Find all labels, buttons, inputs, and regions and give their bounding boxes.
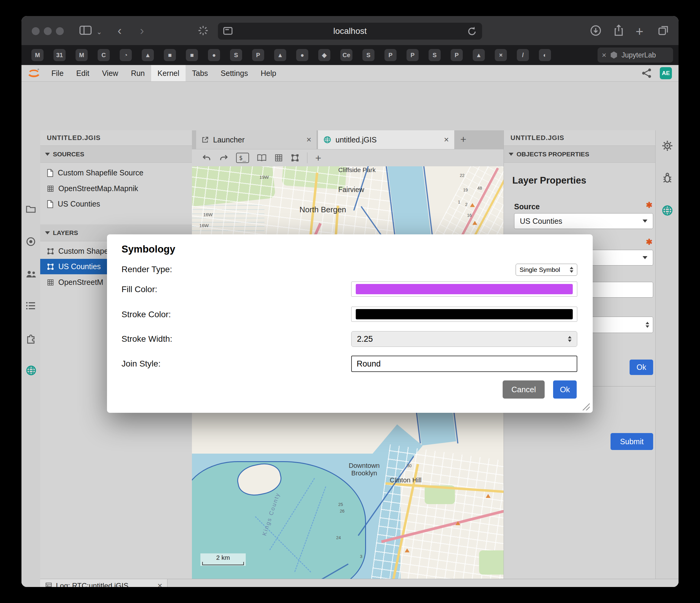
address-bar[interactable]: localhost [218, 23, 482, 40]
vector-polygon-icon[interactable] [291, 153, 299, 162]
map-label: 25 [338, 502, 343, 507]
reload-icon[interactable] [467, 26, 477, 36]
back-icon[interactable]: ‹ [118, 24, 122, 38]
forward-icon[interactable]: › [140, 24, 144, 38]
favicon[interactable]: ◐ [539, 49, 551, 61]
add-layer-icon[interactable]: + [315, 153, 321, 163]
favicon[interactable]: P [406, 49, 419, 61]
source-item-us-counties[interactable]: US Counties [40, 196, 192, 212]
menu-kernel[interactable]: Kernel [151, 65, 185, 81]
favicon[interactable]: Ce [340, 49, 352, 61]
favicon[interactable]: S [429, 49, 441, 61]
new-tab-icon[interactable]: + [635, 24, 644, 39]
tab-launcher[interactable]: Launcher × [196, 130, 317, 149]
minimize-window-button[interactable] [44, 27, 52, 35]
favicon[interactable]: ● [296, 49, 308, 61]
running-sessions-icon[interactable] [26, 237, 36, 247]
jgis-globe-icon[interactable] [26, 365, 36, 376]
share-icon[interactable] [613, 24, 624, 36]
close-tab-icon[interactable]: × [602, 50, 606, 60]
stroke-color-swatch[interactable] [351, 307, 577, 322]
console-icon[interactable]: $_ [236, 153, 249, 163]
reader-icon[interactable] [223, 26, 233, 36]
favicon[interactable]: ◆ [318, 49, 330, 61]
chevron-down-icon [643, 220, 647, 222]
basemap-book-icon[interactable] [257, 154, 267, 162]
favicon[interactable]: P [384, 49, 397, 61]
extensions-icon[interactable] [26, 334, 36, 344]
tab-overview-icon[interactable] [658, 25, 669, 36]
objects-properties-header[interactable]: OBJECTS PROPERTIES [504, 146, 655, 163]
submit-button[interactable]: Submit [610, 433, 653, 450]
favicon[interactable]: S [230, 49, 242, 61]
favicon[interactable]: M [76, 49, 88, 61]
map-peak-marker [470, 203, 475, 207]
favicon[interactable]: C [98, 49, 110, 61]
favicon[interactable]: ▲ [274, 49, 286, 61]
map-peak-marker [405, 549, 409, 553]
close-window-button[interactable] [32, 27, 40, 35]
favicon[interactable]: M [31, 49, 44, 61]
menu-tabs[interactable]: Tabs [185, 65, 214, 81]
resize-handle[interactable] [582, 403, 590, 410]
table-of-contents-icon[interactable] [26, 302, 36, 310]
menu-file[interactable]: File [45, 65, 70, 81]
share-nodes-icon[interactable] [642, 68, 652, 78]
raster-grid-icon[interactable] [274, 153, 283, 162]
menu-run[interactable]: Run [125, 65, 151, 81]
spinner-arrows-icon[interactable] [646, 322, 649, 328]
active-browser-tab[interactable]: × JupyterLab [598, 47, 673, 63]
zoom-window-button[interactable] [56, 27, 64, 35]
close-icon[interactable]: × [444, 135, 449, 145]
jupyter-logo [27, 68, 41, 78]
downloads-icon[interactable] [590, 25, 601, 36]
menu-view[interactable]: View [96, 65, 125, 81]
close-icon[interactable]: × [157, 581, 162, 587]
favicon[interactable]: × [495, 49, 507, 61]
chevron-down-icon[interactable]: ⌄ [96, 28, 102, 36]
panel-ok-button[interactable]: Ok [630, 360, 653, 375]
jgis-globe-icon[interactable] [661, 205, 673, 216]
map-label: 48 [477, 186, 482, 191]
avatar[interactable]: AE [660, 67, 672, 79]
favicon[interactable]: P [451, 49, 463, 61]
favicon[interactable]: ● [208, 49, 220, 61]
join-style-input[interactable]: Round [351, 356, 577, 372]
menu-settings[interactable]: Settings [214, 65, 254, 81]
favicon[interactable]: ▲ [473, 49, 485, 61]
debugger-bug-icon[interactable] [661, 172, 673, 184]
menu-help[interactable]: Help [254, 65, 282, 81]
favicon[interactable]: P [252, 49, 264, 61]
undo-icon[interactable] [202, 154, 211, 162]
redo-icon[interactable] [219, 154, 228, 162]
favicon[interactable]: ■ [164, 49, 176, 61]
favicon[interactable]: ■ [186, 49, 198, 61]
menu-edit[interactable]: Edit [70, 65, 96, 81]
files-icon[interactable] [26, 205, 36, 214]
source-item-openstreetmap[interactable]: OpenStreetMap.Mapnik [40, 181, 192, 196]
spinner-arrows-icon[interactable] [568, 336, 572, 342]
source-select[interactable]: US Counties [514, 213, 653, 229]
favicon[interactable]: 31 [53, 49, 66, 61]
stroke-width-input[interactable]: 2.25 [351, 331, 577, 347]
favicon[interactable]: / [517, 49, 529, 61]
dialog-ok-button[interactable]: Ok [553, 381, 577, 399]
doc-tab-bar: Launcher × untitled.jGIS × + [192, 130, 503, 150]
source-item-custom-shapefile[interactable]: Custom Shapefile Source [40, 165, 192, 180]
favicon[interactable]: S [362, 49, 374, 61]
render-type-select[interactable]: Single Symbol [516, 264, 577, 276]
favicon[interactable]: ◔ [120, 49, 132, 61]
close-icon[interactable]: × [306, 135, 311, 145]
collaboration-icon[interactable] [26, 270, 36, 278]
map-label: 16W [203, 212, 213, 217]
sidebar-toggle-icon[interactable] [79, 25, 92, 35]
cancel-button[interactable]: Cancel [503, 381, 545, 399]
tab-untitled-jgis[interactable]: untitled.jGIS × [318, 130, 454, 149]
log-tab[interactable]: Log: RTC:untitled.jGIS × [40, 579, 168, 587]
fill-color-swatch[interactable] [351, 282, 577, 297]
sources-section-header[interactable]: SOURCES [40, 146, 192, 163]
add-tab-icon[interactable]: + [460, 134, 466, 145]
settings-gear-icon[interactable] [661, 140, 673, 151]
favicon[interactable]: ▲ [142, 49, 154, 61]
browser-tab-title: JupyterLab [621, 51, 656, 59]
